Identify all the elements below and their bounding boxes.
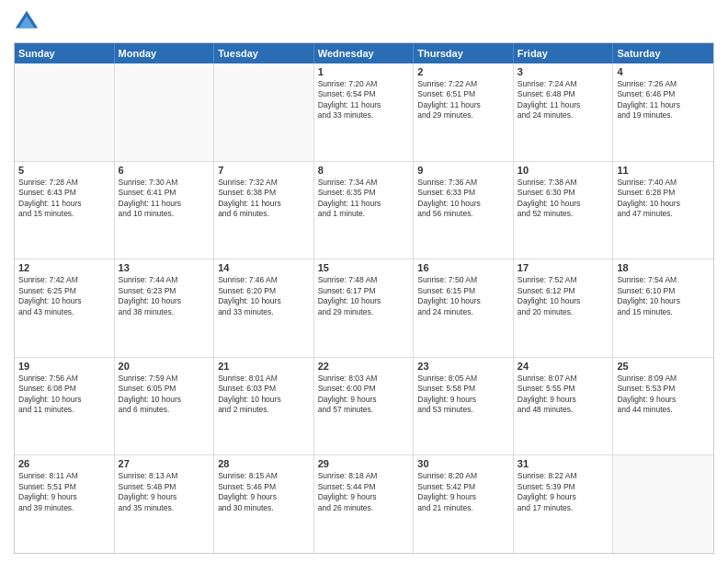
cal-cell: 5Sunrise: 7:28 AM Sunset: 6:43 PM Daylig… — [15, 162, 115, 259]
cell-content: Sunrise: 7:26 AM Sunset: 6:46 PM Dayligh… — [617, 79, 710, 121]
cal-cell: 25Sunrise: 8:09 AM Sunset: 5:53 PM Dayli… — [613, 358, 713, 455]
cell-content: Sunrise: 7:48 AM Sunset: 6:17 PM Dayligh… — [318, 275, 410, 317]
day-header-thursday: Thursday — [414, 43, 514, 63]
cell-content: Sunrise: 7:50 AM Sunset: 6:15 PM Dayligh… — [417, 275, 509, 317]
cal-cell: 1Sunrise: 7:20 AM Sunset: 6:54 PM Daylig… — [314, 63, 415, 161]
day-number: 29 — [318, 458, 410, 469]
day-number: 19 — [18, 361, 110, 372]
day-number: 21 — [218, 361, 310, 372]
day-number: 3 — [518, 66, 609, 77]
day-number: 20 — [119, 361, 210, 372]
cal-cell: 7Sunrise: 7:32 AM Sunset: 6:38 PM Daylig… — [214, 162, 314, 259]
cal-cell: 3Sunrise: 7:24 AM Sunset: 6:48 PM Daylig… — [514, 63, 614, 161]
cal-cell: 27Sunrise: 8:13 AM Sunset: 5:48 PM Dayli… — [115, 455, 215, 553]
cal-cell: 11Sunrise: 7:40 AM Sunset: 6:28 PM Dayli… — [613, 162, 713, 259]
cal-cell: 20Sunrise: 7:59 AM Sunset: 6:05 PM Dayli… — [115, 358, 215, 455]
day-number: 23 — [417, 361, 509, 372]
cal-cell: 16Sunrise: 7:50 AM Sunset: 6:15 PM Dayli… — [414, 259, 514, 357]
day-number: 6 — [119, 165, 210, 176]
day-number: 5 — [18, 165, 110, 176]
cal-cell — [15, 63, 115, 161]
logo-icon — [14, 9, 40, 35]
day-number: 11 — [617, 165, 710, 176]
cell-content: Sunrise: 7:20 AM Sunset: 6:54 PM Dayligh… — [318, 79, 410, 121]
cal-cell: 24Sunrise: 8:07 AM Sunset: 5:55 PM Dayli… — [514, 358, 614, 455]
cell-content: Sunrise: 8:07 AM Sunset: 5:55 PM Dayligh… — [518, 373, 609, 416]
cell-content: Sunrise: 7:30 AM Sunset: 6:41 PM Dayligh… — [119, 178, 210, 220]
day-header-friday: Friday — [514, 43, 614, 63]
day-number: 27 — [119, 458, 210, 469]
cell-content: Sunrise: 8:05 AM Sunset: 5:58 PM Dayligh… — [417, 373, 509, 416]
cal-cell: 4Sunrise: 7:26 AM Sunset: 6:46 PM Daylig… — [613, 63, 713, 161]
day-number: 22 — [318, 361, 410, 372]
cal-cell: 10Sunrise: 7:38 AM Sunset: 6:30 PM Dayli… — [514, 162, 614, 259]
day-number: 30 — [417, 458, 509, 469]
cal-cell: 14Sunrise: 7:46 AM Sunset: 6:20 PM Dayli… — [214, 259, 314, 357]
day-number: 10 — [518, 165, 609, 176]
calendar-header: SundayMondayTuesdayWednesdayThursdayFrid… — [15, 43, 713, 63]
day-number: 24 — [518, 361, 609, 372]
header — [14, 9, 714, 35]
cell-content: Sunrise: 7:40 AM Sunset: 6:28 PM Dayligh… — [617, 178, 710, 220]
cell-content: Sunrise: 8:03 AM Sunset: 6:00 PM Dayligh… — [318, 373, 410, 416]
cal-cell: 21Sunrise: 8:01 AM Sunset: 6:03 PM Dayli… — [214, 358, 314, 455]
cell-content: Sunrise: 8:11 AM Sunset: 5:51 PM Dayligh… — [18, 471, 110, 513]
cell-content: Sunrise: 7:59 AM Sunset: 6:05 PM Dayligh… — [119, 373, 210, 416]
cal-cell: 9Sunrise: 7:36 AM Sunset: 6:33 PM Daylig… — [414, 162, 514, 259]
day-number: 13 — [119, 262, 210, 273]
cal-cell: 19Sunrise: 7:56 AM Sunset: 6:08 PM Dayli… — [15, 358, 115, 455]
day-number: 8 — [318, 165, 410, 176]
cal-cell — [214, 63, 314, 161]
week-row-5: 26Sunrise: 8:11 AM Sunset: 5:51 PM Dayli… — [15, 454, 713, 553]
cell-content: Sunrise: 8:13 AM Sunset: 5:48 PM Dayligh… — [119, 471, 210, 513]
cell-content: Sunrise: 8:15 AM Sunset: 5:46 PM Dayligh… — [218, 471, 310, 513]
day-header-tuesday: Tuesday — [214, 43, 314, 63]
day-number: 16 — [417, 262, 509, 273]
cell-content: Sunrise: 7:46 AM Sunset: 6:20 PM Dayligh… — [218, 275, 310, 317]
cell-content: Sunrise: 8:09 AM Sunset: 5:53 PM Dayligh… — [617, 373, 710, 416]
cal-cell: 2Sunrise: 7:22 AM Sunset: 6:51 PM Daylig… — [414, 63, 514, 161]
cell-content: Sunrise: 8:01 AM Sunset: 6:03 PM Dayligh… — [218, 373, 310, 416]
cal-cell: 22Sunrise: 8:03 AM Sunset: 6:00 PM Dayli… — [314, 358, 415, 455]
day-number: 26 — [18, 458, 110, 469]
cal-cell: 6Sunrise: 7:30 AM Sunset: 6:41 PM Daylig… — [115, 162, 215, 259]
cal-cell — [115, 63, 215, 161]
cal-cell: 28Sunrise: 8:15 AM Sunset: 5:46 PM Dayli… — [214, 455, 314, 553]
cal-cell: 26Sunrise: 8:11 AM Sunset: 5:51 PM Dayli… — [15, 455, 115, 553]
cell-content: Sunrise: 7:54 AM Sunset: 6:10 PM Dayligh… — [617, 275, 710, 317]
day-number: 1 — [318, 66, 410, 77]
day-header-wednesday: Wednesday — [314, 43, 415, 63]
day-number: 12 — [18, 262, 110, 273]
cell-content: Sunrise: 7:36 AM Sunset: 6:33 PM Dayligh… — [417, 178, 509, 220]
week-row-2: 5Sunrise: 7:28 AM Sunset: 6:43 PM Daylig… — [15, 161, 713, 259]
day-number: 18 — [617, 262, 710, 273]
logo — [14, 9, 43, 35]
week-row-3: 12Sunrise: 7:42 AM Sunset: 6:25 PM Dayli… — [15, 259, 713, 357]
cell-content: Sunrise: 7:24 AM Sunset: 6:48 PM Dayligh… — [518, 79, 609, 121]
cal-cell: 31Sunrise: 8:22 AM Sunset: 5:39 PM Dayli… — [514, 455, 614, 553]
cell-content: Sunrise: 8:18 AM Sunset: 5:44 PM Dayligh… — [318, 471, 410, 513]
cal-cell: 23Sunrise: 8:05 AM Sunset: 5:58 PM Dayli… — [414, 358, 514, 455]
day-number: 2 — [417, 66, 509, 77]
cal-cell: 17Sunrise: 7:52 AM Sunset: 6:12 PM Dayli… — [514, 259, 614, 357]
cell-content: Sunrise: 7:38 AM Sunset: 6:30 PM Dayligh… — [518, 178, 609, 220]
day-number: 28 — [218, 458, 310, 469]
day-number: 25 — [617, 361, 710, 372]
cell-content: Sunrise: 7:44 AM Sunset: 6:23 PM Dayligh… — [119, 275, 210, 317]
day-header-sunday: Sunday — [15, 43, 115, 63]
day-header-monday: Monday — [115, 43, 215, 63]
cell-content: Sunrise: 7:28 AM Sunset: 6:43 PM Dayligh… — [18, 178, 110, 220]
cal-cell: 29Sunrise: 8:18 AM Sunset: 5:44 PM Dayli… — [314, 455, 415, 553]
cell-content: Sunrise: 7:22 AM Sunset: 6:51 PM Dayligh… — [417, 79, 509, 121]
cell-content: Sunrise: 7:56 AM Sunset: 6:08 PM Dayligh… — [18, 373, 110, 416]
cal-cell — [613, 455, 713, 553]
cell-content: Sunrise: 8:22 AM Sunset: 5:39 PM Dayligh… — [518, 471, 609, 513]
calendar-body: 1Sunrise: 7:20 AM Sunset: 6:54 PM Daylig… — [15, 63, 713, 553]
cal-cell: 18Sunrise: 7:54 AM Sunset: 6:10 PM Dayli… — [613, 259, 713, 357]
calendar: SundayMondayTuesdayWednesdayThursdayFrid… — [14, 42, 714, 554]
day-number: 14 — [218, 262, 310, 273]
cal-cell: 12Sunrise: 7:42 AM Sunset: 6:25 PM Dayli… — [15, 259, 115, 357]
day-number: 4 — [617, 66, 710, 77]
day-number: 17 — [518, 262, 609, 273]
cell-content: Sunrise: 7:34 AM Sunset: 6:35 PM Dayligh… — [318, 178, 410, 220]
